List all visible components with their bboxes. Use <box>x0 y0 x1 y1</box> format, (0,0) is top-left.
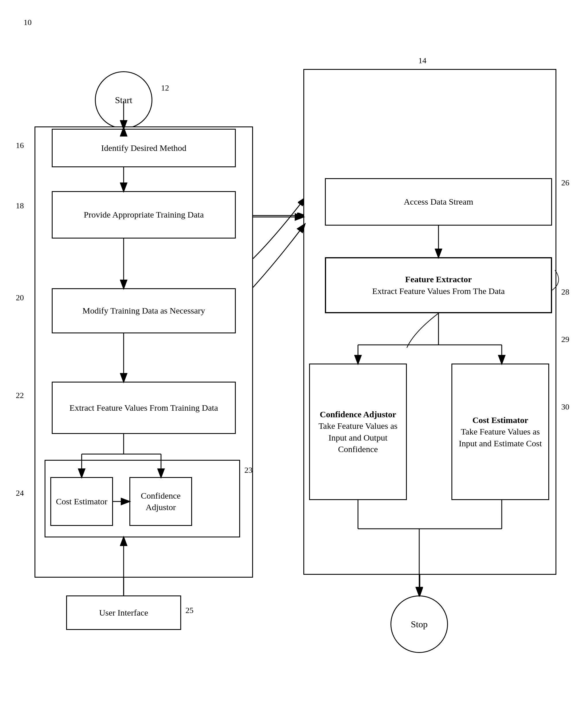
start-circle: Start <box>95 71 152 129</box>
ref-14: 14 <box>418 56 426 65</box>
user-interface-box: User Interface <box>66 596 181 630</box>
ref-12: 12 <box>161 83 169 92</box>
cost-est-right-box: Cost Estimator Take Feature Values as In… <box>451 364 549 500</box>
conf-adj-right-box: Confidence Adjustor Take Feature Values … <box>309 364 407 500</box>
modify-box: Modify Training Data as Necessary <box>52 288 236 333</box>
conf-adj-left-box: Confidence Adjustor <box>129 477 192 526</box>
ref-29: 29 <box>561 335 569 344</box>
ref-10: 10 <box>24 18 31 27</box>
feature-extractor-box: Feature Extractor Extract Feature Values… <box>325 257 552 313</box>
ref-30: 30 <box>561 402 569 412</box>
access-data-box: Access Data Stream <box>325 178 552 225</box>
ref-16: 16 <box>16 141 24 150</box>
diagram: 10 Start 12 14 16 Identify Desired Metho… <box>0 0 588 713</box>
ref-22: 22 <box>16 391 24 400</box>
ref-26: 26 <box>561 178 569 187</box>
ref-25: 25 <box>186 606 193 615</box>
stop-circle: Stop <box>391 596 448 653</box>
ref-20: 20 <box>16 293 24 302</box>
extract-box: Extract Feature Values From Training Dat… <box>52 382 236 434</box>
ref-24: 24 <box>16 489 24 498</box>
ref-23: 23 <box>245 466 252 475</box>
ref-18: 18 <box>16 201 24 210</box>
ref-28: 28 <box>561 287 569 297</box>
cost-est-left-box: Cost Estimator <box>50 477 113 526</box>
provide-box: Provide Appropriate Training Data <box>52 191 236 239</box>
identify-box: Identify Desired Method <box>52 129 236 167</box>
